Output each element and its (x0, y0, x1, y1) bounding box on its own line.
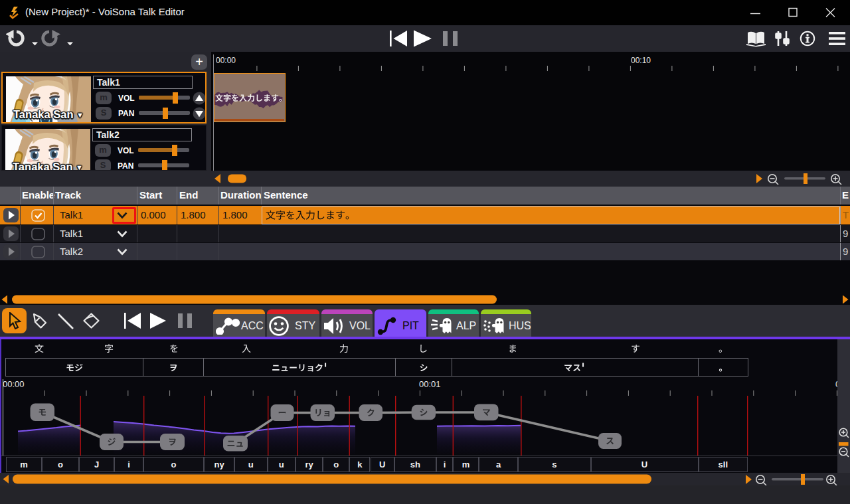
svg-text:00:00: 00:00 (216, 56, 236, 65)
svg-text:00:00: 00:00 (3, 379, 25, 389)
svg-text:00:10: 00:10 (631, 56, 651, 65)
svg-text:00:01: 00:01 (419, 379, 441, 389)
